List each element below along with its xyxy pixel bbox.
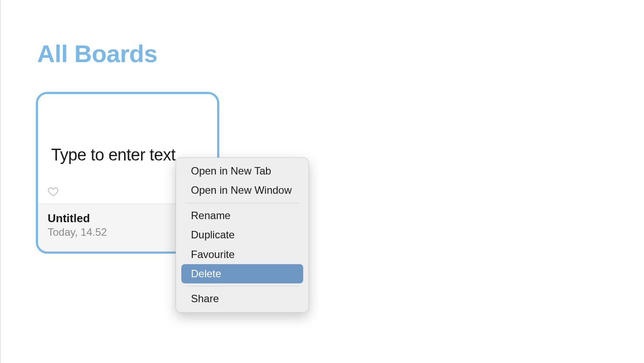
menu-item-open-new-tab[interactable]: Open in New Tab bbox=[181, 161, 303, 181]
page-title: All Boards bbox=[37, 39, 157, 68]
menu-item-duplicate[interactable]: Duplicate bbox=[181, 225, 303, 244]
sidebar-edge bbox=[0, 0, 1, 363]
menu-separator bbox=[186, 286, 299, 286]
menu-item-delete[interactable]: Delete bbox=[181, 264, 303, 283]
menu-item-rename[interactable]: Rename bbox=[181, 206, 303, 225]
heart-icon[interactable] bbox=[48, 186, 59, 197]
context-menu: Open in New Tab Open in New Window Renam… bbox=[176, 157, 309, 313]
menu-item-share[interactable]: Share bbox=[181, 289, 303, 308]
menu-item-open-new-window[interactable]: Open in New Window bbox=[181, 181, 303, 200]
menu-separator bbox=[186, 203, 299, 203]
menu-item-favourite[interactable]: Favourite bbox=[181, 245, 303, 264]
